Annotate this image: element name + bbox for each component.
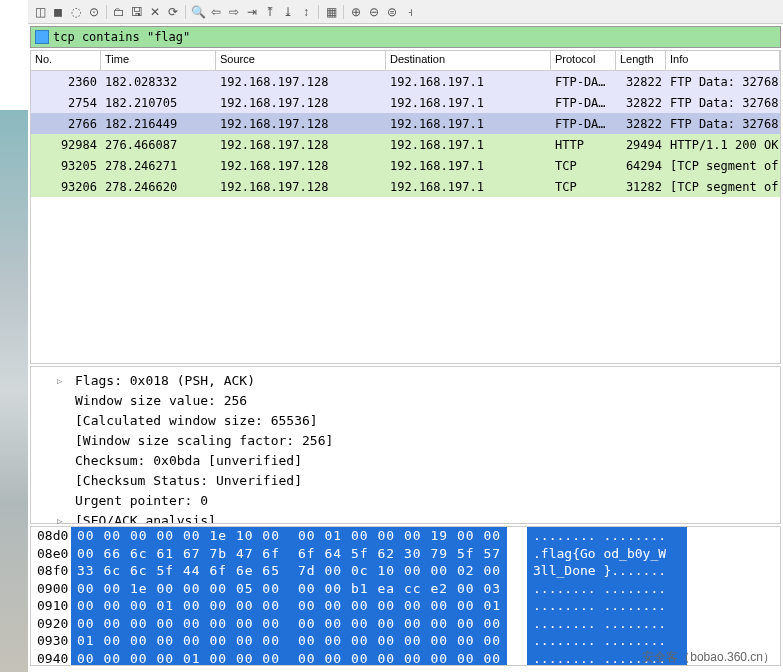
col-no[interactable]: No. [31,51,101,70]
hex-offset: 0940 [31,650,71,667]
prev-icon[interactable]: ⇦ [208,4,224,20]
expand-icon[interactable]: ▷ [57,511,62,524]
open-icon[interactable]: 🗀 [111,4,127,20]
hex-bytes[interactable]: 00 00 00 00 00 00 00 0000 00 00 00 00 00… [71,615,507,633]
col-length[interactable]: Length [616,51,666,70]
expand-icon[interactable]: ▷ [57,371,62,391]
hex-offset: 0900 [31,580,71,598]
packet-row[interactable]: 2754182.210705192.168.197.128192.168.197… [31,92,780,113]
bookmark-icon[interactable] [35,30,49,44]
find-icon[interactable]: 🔍 [190,4,206,20]
scroll-icon[interactable]: ↕ [298,4,314,20]
save-icon[interactable]: 🖫 [129,4,145,20]
packet-row[interactable]: 92984276.466087192.168.197.128192.168.19… [31,134,780,155]
hex-bytes[interactable]: 00 00 00 00 01 00 00 0000 00 00 00 00 00… [71,650,507,667]
packet-row[interactable]: 2766182.216449192.168.197.128192.168.197… [31,113,780,134]
interfaces-icon[interactable]: ◫ [32,4,48,20]
hex-ascii[interactable]: ........ ........ [527,527,687,545]
reload-icon[interactable]: ⟳ [165,4,181,20]
packet-list-header: No. Time Source Destination Protocol Len… [31,51,780,71]
detail-line[interactable]: ▷[SEQ/ACK analysis] [31,511,780,524]
zoom-reset-icon[interactable]: ⊜ [384,4,400,20]
hex-ascii[interactable]: .flag{Go od_b0y_W [527,545,687,563]
watermark-text: 安全客（bobao.360.cn） [642,649,775,666]
detail-line[interactable]: [Calculated window size: 65536] [31,411,780,431]
zoom-out-icon[interactable]: ⊖ [366,4,382,20]
packet-row[interactable]: 93206278.246620192.168.197.128192.168.19… [31,176,780,197]
hex-row[interactable]: 092000 00 00 00 00 00 00 0000 00 00 00 0… [31,615,780,633]
hex-bytes[interactable]: 00 00 00 01 00 00 00 0000 00 00 00 00 00… [71,597,507,615]
restart-icon[interactable]: ◌ [68,4,84,20]
hex-offset: 08e0 [31,545,71,563]
col-time[interactable]: Time [101,51,216,70]
hex-row[interactable]: 093001 00 00 00 00 00 00 0000 00 00 00 0… [31,632,780,650]
packet-row[interactable]: 93205278.246271192.168.197.128192.168.19… [31,155,780,176]
detail-line[interactable]: Checksum: 0x0bda [unverified] [31,451,780,471]
zoom-in-icon[interactable]: ⊕ [348,4,364,20]
detail-line[interactable]: [Window size scaling factor: 256] [31,431,780,451]
packet-details-pane[interactable]: ▷Flags: 0x018 (PSH, ACK)Window size valu… [30,366,781,524]
jump-icon[interactable]: ⇥ [244,4,260,20]
detail-line[interactable]: Urgent pointer: 0 [31,491,780,511]
hex-offset: 08f0 [31,562,71,580]
display-filter-bar[interactable]: tcp contains "flag" [30,26,781,48]
hex-ascii[interactable]: ........ ........ [527,615,687,633]
hex-bytes[interactable]: 01 00 00 00 00 00 00 0000 00 00 00 00 00… [71,632,507,650]
hex-row[interactable]: 08f033 6c 6c 5f 44 6f 6e 657d 00 0c 10 0… [31,562,780,580]
side-photo-decoration [0,110,28,672]
last-icon[interactable]: ⤓ [280,4,296,20]
stop-icon[interactable]: ◼ [50,4,66,20]
hex-bytes[interactable]: 00 00 1e 00 00 00 05 0000 00 b1 ea cc e2… [71,580,507,598]
col-info[interactable]: Info [666,51,780,70]
hex-ascii[interactable]: 3ll_Done }....... [527,562,687,580]
hex-row[interactable]: 08d000 00 00 00 00 1e 10 0000 01 00 00 0… [31,527,780,545]
hex-ascii[interactable]: ........ ........ [527,632,687,650]
hex-offset: 0910 [31,597,71,615]
close-icon[interactable]: ✕ [147,4,163,20]
main-toolbar: ◫ ◼ ◌ ⊙ 🗀 🖫 ✕ ⟳ 🔍 ⇦ ⇨ ⇥ ⤒ ⤓ ↕ ▦ ⊕ ⊖ ⊜ ⫞ [28,0,783,24]
hex-bytes[interactable]: 00 66 6c 61 67 7b 47 6f6f 64 5f 62 30 79… [71,545,507,563]
packet-list-pane: No. Time Source Destination Protocol Len… [30,50,781,364]
hex-bytes[interactable]: 00 00 00 00 00 1e 10 0000 01 00 00 00 19… [71,527,507,545]
detail-line[interactable]: ▷Flags: 0x018 (PSH, ACK) [31,371,780,391]
hex-row[interactable]: 091000 00 00 01 00 00 00 0000 00 00 00 0… [31,597,780,615]
first-icon[interactable]: ⤒ [262,4,278,20]
col-protocol[interactable]: Protocol [551,51,616,70]
packet-bytes-pane[interactable]: 08d000 00 00 00 00 1e 10 0000 01 00 00 0… [30,526,781,666]
filter-input[interactable]: tcp contains "flag" [53,30,190,44]
col-destination[interactable]: Destination [386,51,551,70]
options-icon[interactable]: ⊙ [86,4,102,20]
hex-row[interactable]: 090000 00 1e 00 00 00 05 0000 00 b1 ea c… [31,580,780,598]
hex-offset: 0920 [31,615,71,633]
next-icon[interactable]: ⇨ [226,4,242,20]
detail-line[interactable]: Window size value: 256 [31,391,780,411]
resize-cols-icon[interactable]: ⫞ [402,4,418,20]
hex-ascii[interactable]: ........ ........ [527,580,687,598]
col-source[interactable]: Source [216,51,386,70]
detail-line[interactable]: [Checksum Status: Unverified] [31,471,780,491]
hex-offset: 08d0 [31,527,71,545]
colorize-icon[interactable]: ▦ [323,4,339,20]
hex-ascii[interactable]: ........ ........ [527,597,687,615]
hex-row[interactable]: 08e000 66 6c 61 67 7b 47 6f6f 64 5f 62 3… [31,545,780,563]
hex-bytes[interactable]: 33 6c 6c 5f 44 6f 6e 657d 00 0c 10 00 00… [71,562,507,580]
hex-offset: 0930 [31,632,71,650]
packet-row[interactable]: 2360182.028332192.168.197.128192.168.197… [31,71,780,92]
